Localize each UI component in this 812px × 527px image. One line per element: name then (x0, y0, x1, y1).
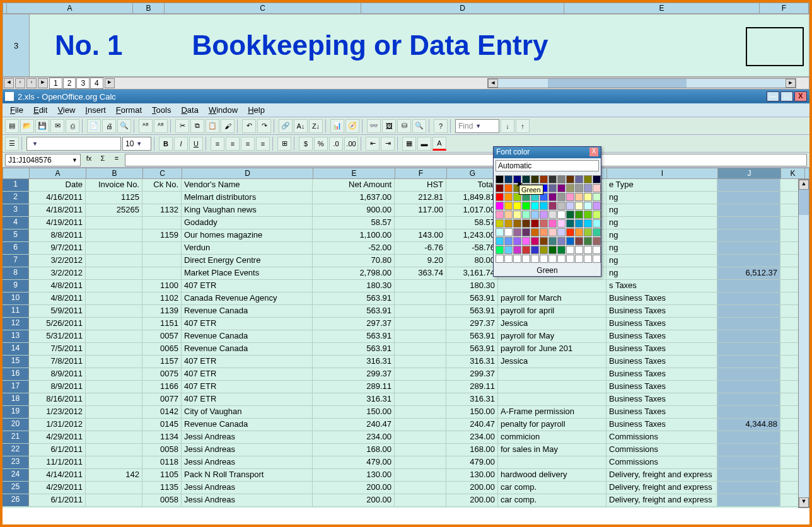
cell[interactable] (395, 318, 446, 330)
copy-icon[interactable]: ⧉ (190, 119, 204, 133)
percent-icon[interactable]: % (314, 137, 328, 151)
menu-insert[interactable]: Insert (80, 104, 111, 116)
color-swatch[interactable] (531, 246, 539, 254)
column-label[interactable]: HST (395, 179, 446, 191)
banner-col-header[interactable]: F (760, 3, 809, 13)
cell[interactable] (717, 393, 780, 405)
cell[interactable] (86, 393, 142, 405)
color-swatch[interactable] (496, 228, 504, 236)
color-swatch[interactable] (531, 202, 539, 210)
cell[interactable]: 563.91 (446, 343, 498, 355)
formula-input[interactable] (125, 154, 807, 166)
vertical-scrollbar[interactable]: ▲ ▼ (798, 179, 809, 508)
select-all-corner[interactable] (3, 168, 30, 178)
color-swatch[interactable] (584, 255, 592, 263)
color-swatch[interactable] (584, 193, 592, 201)
datasource-icon[interactable]: ⛁ (397, 119, 411, 133)
color-swatch[interactable] (496, 211, 504, 219)
menu-tools[interactable]: Tools (147, 104, 176, 116)
color-swatch[interactable] (584, 228, 592, 236)
cell[interactable]: 4/8/2011 (29, 292, 86, 304)
cell[interactable] (717, 494, 780, 506)
color-swatch[interactable] (531, 228, 539, 236)
cell[interactable]: 6/1/2011 (29, 444, 86, 456)
cell[interactable]: 407 ETR (182, 381, 313, 393)
cell[interactable]: 0058 (142, 494, 182, 506)
menu-view[interactable]: View (52, 104, 80, 116)
cell[interactable]: 0142 (142, 406, 182, 418)
cell[interactable]: 407 ETR (182, 393, 313, 405)
cell[interactable] (86, 229, 142, 241)
color-swatch[interactable] (548, 255, 557, 263)
color-swatch[interactable] (548, 219, 557, 228)
color-swatch[interactable] (575, 228, 583, 236)
cell[interactable] (395, 431, 446, 443)
color-swatch[interactable] (566, 255, 574, 263)
color-swatch[interactable] (496, 193, 504, 201)
cell[interactable]: Commissions (606, 456, 717, 468)
chart-icon[interactable]: 📊 (330, 119, 344, 133)
color-swatch[interactable] (575, 184, 583, 192)
cell[interactable] (86, 330, 142, 342)
color-swatch[interactable] (496, 202, 504, 210)
find-prev-icon[interactable]: ↑ (516, 119, 530, 133)
cell[interactable]: 4/19/2011 (29, 217, 86, 229)
cell[interactable]: 1,637.00 (313, 192, 395, 204)
cell[interactable]: ng (606, 204, 717, 216)
cell[interactable]: Business Taxes (606, 406, 717, 418)
menu-window[interactable]: Window (204, 104, 243, 116)
color-swatch[interactable] (557, 211, 566, 219)
menu-data[interactable]: Data (176, 104, 203, 116)
color-swatch[interactable] (531, 219, 539, 228)
cell[interactable]: -6.76 (395, 242, 446, 254)
cell[interactable]: A-Frame permission (498, 406, 606, 418)
color-swatch[interactable] (504, 175, 513, 183)
cell[interactable]: 117.00 (395, 204, 446, 216)
color-swatch[interactable] (531, 211, 539, 219)
cell[interactable] (86, 217, 142, 229)
cell[interactable]: 9/7/2011 (29, 242, 86, 254)
color-swatch[interactable] (540, 255, 548, 263)
cell[interactable]: 70.80 (313, 255, 395, 267)
cell[interactable]: 5/9/2011 (29, 305, 86, 317)
cell[interactable]: Business Taxes (606, 368, 717, 380)
cell[interactable]: Business Taxes (606, 292, 717, 304)
cell[interactable]: Market Place Events (182, 267, 313, 279)
banner-selected-cell[interactable] (746, 27, 804, 66)
color-swatch[interactable] (566, 175, 574, 183)
color-swatch[interactable] (566, 219, 574, 228)
cell[interactable] (717, 330, 780, 342)
color-swatch[interactable] (557, 219, 566, 228)
cell[interactable]: 299.37 (313, 368, 395, 380)
align-left-icon[interactable]: ≡ (211, 137, 224, 151)
cell[interactable] (86, 305, 142, 317)
gallery-icon[interactable]: 🖼 (382, 119, 396, 133)
sheet-tab[interactable]: 2 (63, 78, 76, 89)
cell[interactable]: payroll for June 201 (498, 343, 606, 355)
cell[interactable] (395, 419, 446, 431)
column-header[interactable]: G (447, 168, 499, 178)
color-swatch[interactable] (584, 246, 592, 254)
cell[interactable]: City of Vaughan (182, 406, 313, 418)
color-swatch[interactable] (540, 175, 548, 183)
cell[interactable]: Direct Energy Centre (182, 255, 313, 267)
cell[interactable]: 5/26/2011 (29, 318, 86, 330)
cell[interactable] (717, 469, 780, 481)
cell[interactable]: Revenue Canada (182, 305, 313, 317)
banner-col-header[interactable]: B (133, 3, 165, 13)
color-swatch[interactable] (531, 175, 539, 183)
cell[interactable]: Delivery, freight and express (606, 469, 717, 481)
tab-nav-prev[interactable]: ‹ (15, 78, 25, 88)
row-header[interactable]: 4 (3, 217, 29, 229)
cell[interactable] (395, 393, 446, 405)
cell[interactable]: 3,161.74 (446, 267, 498, 279)
cell[interactable]: Jessica (498, 356, 606, 368)
cell[interactable] (142, 192, 182, 204)
cell[interactable]: Business Taxes (606, 305, 717, 317)
cell[interactable]: Revenue Canada (182, 419, 313, 431)
color-swatch[interactable] (496, 255, 504, 263)
cell[interactable]: 9.20 (395, 255, 446, 267)
color-swatch[interactable] (496, 246, 504, 254)
column-label[interactable]: e Type (606, 179, 717, 191)
cell[interactable]: 80.00 (446, 255, 498, 267)
